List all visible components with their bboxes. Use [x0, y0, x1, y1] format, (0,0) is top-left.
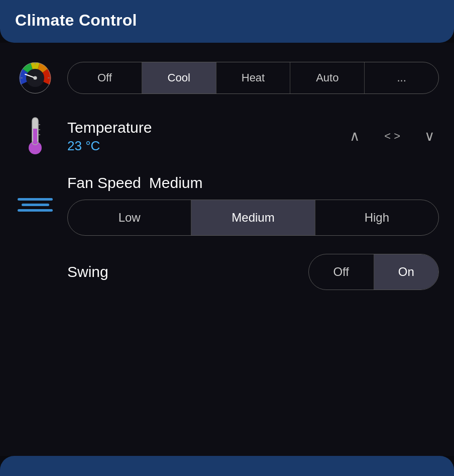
speed-selector: Low Medium High — [67, 200, 439, 236]
footer-bar — [0, 456, 454, 476]
fan-speed-current: Medium — [149, 174, 203, 192]
fan-section: Fan Speed Medium Low Medium High — [67, 174, 439, 236]
fan-speed-row: Fan Speed Medium Low Medium High — [15, 174, 439, 236]
temperature-value: 23 °C — [67, 138, 333, 154]
page-title: Climate Control — [15, 11, 137, 29]
fan-wave-line-3 — [18, 209, 53, 212]
fan-wave-line-2 — [22, 204, 49, 206]
swing-row: Swing Off On — [15, 254, 439, 290]
mode-off-button[interactable]: Off — [68, 62, 142, 93]
swing-off-button[interactable]: Off — [309, 254, 374, 290]
swing-label: Swing — [67, 263, 108, 280]
speed-medium-button[interactable]: Medium — [191, 200, 315, 235]
swing-selector: Off On — [308, 254, 439, 290]
temperature-info: Temperature 23 °C — [67, 119, 333, 154]
fan-speed-label: Fan Speed — [67, 174, 141, 192]
temperature-expand-button[interactable]: < > — [380, 127, 404, 146]
mode-more-button[interactable]: ... — [365, 62, 438, 93]
swing-on-button[interactable]: On — [374, 254, 439, 290]
mode-row: Off Cool Heat Auto ... — [15, 58, 439, 98]
fan-label-row: Fan Speed Medium — [67, 174, 439, 192]
fan-wave-graphic — [18, 198, 53, 212]
header: Climate Control — [0, 0, 454, 43]
temperature-up-button[interactable]: ∧ — [346, 125, 364, 147]
thermometer-icon — [15, 116, 55, 156]
mode-auto-button[interactable]: Auto — [290, 62, 365, 93]
mode-cool-button[interactable]: Cool — [142, 62, 216, 93]
temperature-row: Temperature 23 °C ∧ < > ∨ — [15, 116, 439, 156]
svg-point-9 — [29, 141, 42, 154]
speed-high-button[interactable]: High — [315, 200, 438, 235]
temperature-label: Temperature — [67, 119, 333, 136]
mode-selector: Off Cool Heat Auto ... — [67, 62, 439, 94]
temperature-down-button[interactable]: ∨ — [420, 125, 439, 147]
mode-heat-button[interactable]: Heat — [216, 62, 291, 93]
climate-gauge-icon — [15, 58, 55, 98]
temperature-controls: ∧ < > ∨ — [346, 125, 439, 147]
fan-wave-line-1 — [18, 198, 53, 201]
speed-low-button[interactable]: Low — [68, 200, 191, 235]
main-content: Off Cool Heat Auto ... — [0, 43, 454, 456]
svg-point-3 — [33, 76, 37, 79]
fan-icon — [15, 174, 55, 215]
